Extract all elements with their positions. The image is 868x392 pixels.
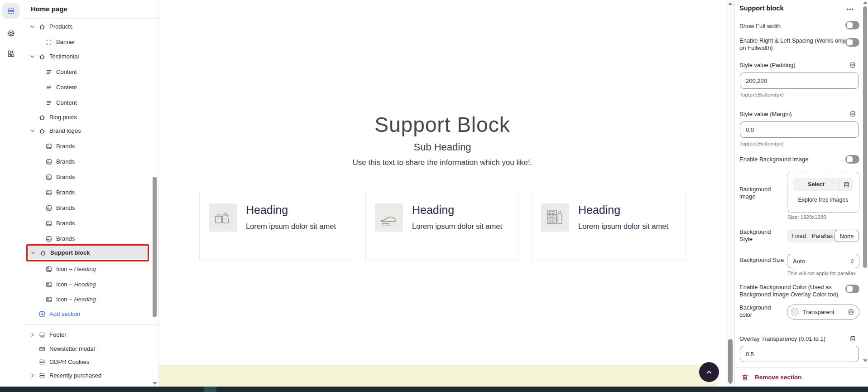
- bg-style-option-parallax[interactable]: Parallax: [810, 230, 834, 242]
- scroll-down-arrow[interactable]: [728, 382, 733, 384]
- dynamic-source-icon[interactable]: [848, 309, 854, 315]
- add-section-button[interactable]: Add section: [23, 307, 151, 320]
- sidebar-item-brands[interactable]: Brands: [23, 201, 151, 214]
- home-icon: [38, 53, 46, 60]
- sidebar-item-content[interactable]: Content: [23, 65, 151, 78]
- sidebar-item-brands[interactable]: Brands: [23, 232, 151, 245]
- preview-scrollbar-thumb[interactable]: [728, 339, 733, 383]
- icon-image-icon: [45, 266, 53, 273]
- more-options-icon[interactable]: [846, 5, 854, 13]
- plus-circle-icon: [38, 310, 46, 318]
- sections-icon: [38, 372, 46, 379]
- bg-color-label: Background color: [739, 304, 776, 319]
- chevron-down-icon[interactable]: [29, 53, 35, 59]
- preview-scrollbar[interactable]: [726, 0, 734, 387]
- margin-helper: Top(px),Bottom(px): [739, 141, 784, 146]
- remove-section-button[interactable]: Remove section: [741, 373, 802, 381]
- scroll-down-arrow[interactable]: [153, 382, 157, 385]
- card-title: Heading: [578, 203, 668, 217]
- sidebar-item-newsletter-modal[interactable]: Newsletter modal: [23, 342, 151, 355]
- next-section-strip: [159, 365, 717, 387]
- sidebar-item-footer[interactable]: Footer: [23, 328, 151, 341]
- image-icon: [45, 174, 53, 181]
- preview-content: Support Block Sub Heading Use this text …: [159, 0, 726, 387]
- bg-image-picker: Select Explore free images: [787, 172, 859, 213]
- sidebar-item-support-block[interactable]: Support block: [28, 246, 148, 259]
- margin-label: Style value (Margin): [739, 111, 792, 118]
- margin-input[interactable]: [740, 121, 859, 138]
- chevron-down-icon[interactable]: [30, 250, 36, 256]
- scroll-down-arrow[interactable]: [863, 359, 868, 362]
- explore-free-images-link[interactable]: Explore free images: [787, 197, 859, 203]
- image-icon: [45, 235, 53, 242]
- panel-scrollbar-thumb[interactable]: [863, 6, 867, 268]
- sidebar-item-testimonial[interactable]: Testimonial: [23, 50, 151, 63]
- padding-input[interactable]: [740, 73, 859, 89]
- chevron-down-icon[interactable]: [29, 24, 35, 29]
- enable-bg-image-toggle[interactable]: [845, 155, 859, 164]
- card-title: Heading: [246, 203, 336, 217]
- chevron-right-icon[interactable]: [29, 332, 35, 338]
- toggle-knob: [847, 22, 853, 28]
- panel-scrollbar[interactable]: [863, 0, 868, 366]
- home-icon: [38, 127, 46, 135]
- bg-style-option-none[interactable]: None: [834, 230, 859, 242]
- preview-cards-row: Heading Lorem ipsum dolor sit amet Headi…: [159, 192, 726, 261]
- scroll-to-top-button[interactable]: [699, 362, 719, 382]
- gear-icon[interactable]: [2, 25, 19, 41]
- divider: [23, 18, 158, 19]
- bg-color-picker[interactable]: Transparent: [787, 305, 859, 319]
- show-full-width-toggle[interactable]: [845, 21, 859, 29]
- dynamic-source-icon[interactable]: [849, 335, 856, 342]
- preview-card: Heading Lorem ipsum dolor sit amet: [365, 192, 519, 261]
- sidebar-item-brands[interactable]: Brands: [23, 217, 151, 230]
- sidebar-item-icon-heading[interactable]: Icon –Heading: [23, 278, 151, 291]
- select-image-button[interactable]: Select: [793, 178, 853, 191]
- bg-style-option-fixed[interactable]: Fixed: [787, 230, 810, 242]
- chevron-down-icon[interactable]: [29, 128, 35, 134]
- sidebar-item-blog-posts[interactable]: Blog posts: [23, 111, 151, 124]
- sidebar-item-brand-logos[interactable]: Brand logos: [23, 124, 151, 137]
- bg-size-select[interactable]: Auto: [787, 254, 859, 268]
- sidebar-item-content[interactable]: Content: [23, 96, 151, 109]
- preview-card: Heading Lorem ipsum dolor sit amet: [532, 192, 686, 261]
- apps-icon[interactable]: [2, 46, 19, 61]
- image-icon: [45, 204, 53, 212]
- stepper-icon: [849, 258, 855, 264]
- sidebar-item-content[interactable]: Content: [23, 81, 151, 94]
- transparent-swatch: [791, 308, 799, 316]
- sidebar-item-brands[interactable]: Brands: [23, 170, 151, 184]
- toggle-knob: [847, 286, 853, 292]
- sidebar-item-brands[interactable]: Brands: [23, 186, 151, 199]
- divider: [735, 367, 868, 368]
- sidebar-item-products[interactable]: Products: [23, 20, 151, 33]
- scroll-up-arrow[interactable]: [728, 2, 733, 5]
- tree-scrollbar-thumb[interactable]: [153, 177, 157, 317]
- preview-section-heading: Support Block: [159, 112, 726, 137]
- sidebar-item-brands[interactable]: Brands: [23, 155, 151, 168]
- footer-icon: [38, 331, 46, 339]
- overlay-transparency-input[interactable]: [740, 346, 859, 362]
- text-lines-icon: [45, 84, 53, 91]
- sidebar-item-brands[interactable]: Brands: [23, 140, 151, 153]
- dynamic-source-icon[interactable]: [849, 62, 856, 68]
- preview-card: Heading Lorem ipsum dolor sit amet: [199, 192, 353, 261]
- sidebar-item-gdpr-cookies[interactable]: GDPR Cookies: [23, 355, 151, 368]
- image-icon: [45, 158, 53, 165]
- dynamic-source-icon[interactable]: [849, 111, 856, 117]
- sidebar-item-icon-heading[interactable]: Icon –Heading: [23, 262, 151, 276]
- sidebar-item-recently-purchased[interactable]: Recently purchased: [23, 369, 151, 382]
- bg-size-helper: This will not apply for parallax: [787, 271, 856, 276]
- home-icon: [39, 249, 47, 256]
- sidebar-item-banner[interactable]: Banner: [23, 35, 151, 48]
- sections-icon[interactable]: [2, 3, 19, 19]
- chevron-right-icon[interactable]: [29, 373, 35, 378]
- taskbar-strip: [0, 387, 868, 392]
- scroll-up-arrow[interactable]: [863, 1, 868, 4]
- frame-icon: [45, 39, 53, 46]
- image-icon: [45, 143, 53, 150]
- dynamic-source-icon[interactable]: [839, 181, 853, 188]
- sidebar-item-icon-heading[interactable]: Icon –Heading: [23, 293, 151, 306]
- enable-spacing-toggle[interactable]: [845, 38, 859, 47]
- enable-bg-color-toggle[interactable]: [845, 285, 859, 293]
